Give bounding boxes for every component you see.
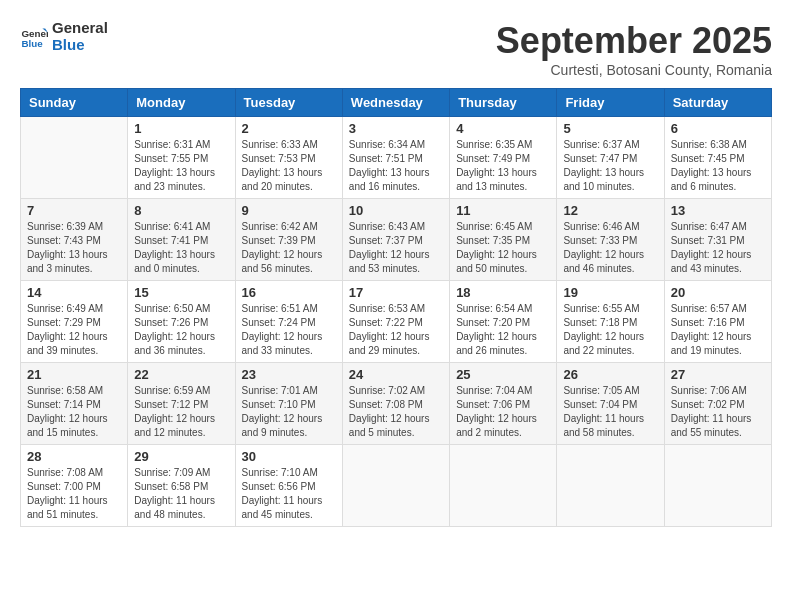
day-info: Sunrise: 6:53 AM Sunset: 7:22 PM Dayligh… <box>349 302 443 358</box>
calendar-cell: 6Sunrise: 6:38 AM Sunset: 7:45 PM Daylig… <box>664 117 771 199</box>
calendar-cell: 8Sunrise: 6:41 AM Sunset: 7:41 PM Daylig… <box>128 199 235 281</box>
day-number: 4 <box>456 121 550 136</box>
day-info: Sunrise: 7:01 AM Sunset: 7:10 PM Dayligh… <box>242 384 336 440</box>
calendar-cell: 12Sunrise: 6:46 AM Sunset: 7:33 PM Dayli… <box>557 199 664 281</box>
calendar-cell: 23Sunrise: 7:01 AM Sunset: 7:10 PM Dayli… <box>235 363 342 445</box>
day-number: 17 <box>349 285 443 300</box>
calendar-cell: 25Sunrise: 7:04 AM Sunset: 7:06 PM Dayli… <box>450 363 557 445</box>
day-info: Sunrise: 6:47 AM Sunset: 7:31 PM Dayligh… <box>671 220 765 276</box>
day-number: 29 <box>134 449 228 464</box>
day-info: Sunrise: 7:08 AM Sunset: 7:00 PM Dayligh… <box>27 466 121 522</box>
day-number: 18 <box>456 285 550 300</box>
calendar-cell: 3Sunrise: 6:34 AM Sunset: 7:51 PM Daylig… <box>342 117 449 199</box>
day-info: Sunrise: 7:04 AM Sunset: 7:06 PM Dayligh… <box>456 384 550 440</box>
calendar-cell: 18Sunrise: 6:54 AM Sunset: 7:20 PM Dayli… <box>450 281 557 363</box>
weekday-header-wednesday: Wednesday <box>342 89 449 117</box>
day-info: Sunrise: 6:38 AM Sunset: 7:45 PM Dayligh… <box>671 138 765 194</box>
day-info: Sunrise: 7:06 AM Sunset: 7:02 PM Dayligh… <box>671 384 765 440</box>
day-info: Sunrise: 6:51 AM Sunset: 7:24 PM Dayligh… <box>242 302 336 358</box>
day-info: Sunrise: 6:35 AM Sunset: 7:49 PM Dayligh… <box>456 138 550 194</box>
day-number: 16 <box>242 285 336 300</box>
calendar-cell: 27Sunrise: 7:06 AM Sunset: 7:02 PM Dayli… <box>664 363 771 445</box>
day-number: 30 <box>242 449 336 464</box>
day-number: 14 <box>27 285 121 300</box>
day-info: Sunrise: 6:37 AM Sunset: 7:47 PM Dayligh… <box>563 138 657 194</box>
calendar-cell: 24Sunrise: 7:02 AM Sunset: 7:08 PM Dayli… <box>342 363 449 445</box>
day-number: 19 <box>563 285 657 300</box>
day-number: 11 <box>456 203 550 218</box>
day-number: 3 <box>349 121 443 136</box>
day-number: 23 <box>242 367 336 382</box>
day-info: Sunrise: 7:05 AM Sunset: 7:04 PM Dayligh… <box>563 384 657 440</box>
day-info: Sunrise: 7:02 AM Sunset: 7:08 PM Dayligh… <box>349 384 443 440</box>
logo: General Blue General Blue <box>20 20 108 53</box>
calendar-cell <box>342 445 449 527</box>
day-info: Sunrise: 6:39 AM Sunset: 7:43 PM Dayligh… <box>27 220 121 276</box>
day-number: 5 <box>563 121 657 136</box>
day-info: Sunrise: 6:50 AM Sunset: 7:26 PM Dayligh… <box>134 302 228 358</box>
calendar-cell <box>557 445 664 527</box>
calendar-cell: 14Sunrise: 6:49 AM Sunset: 7:29 PM Dayli… <box>21 281 128 363</box>
day-info: Sunrise: 6:42 AM Sunset: 7:39 PM Dayligh… <box>242 220 336 276</box>
day-info: Sunrise: 6:34 AM Sunset: 7:51 PM Dayligh… <box>349 138 443 194</box>
location-title: Curtesti, Botosani County, Romania <box>496 62 772 78</box>
calendar-cell <box>21 117 128 199</box>
calendar-cell: 29Sunrise: 7:09 AM Sunset: 6:58 PM Dayli… <box>128 445 235 527</box>
calendar-cell: 2Sunrise: 6:33 AM Sunset: 7:53 PM Daylig… <box>235 117 342 199</box>
calendar-cell: 26Sunrise: 7:05 AM Sunset: 7:04 PM Dayli… <box>557 363 664 445</box>
day-number: 8 <box>134 203 228 218</box>
day-info: Sunrise: 6:57 AM Sunset: 7:16 PM Dayligh… <box>671 302 765 358</box>
logo-general: General <box>52 19 108 36</box>
calendar-cell: 10Sunrise: 6:43 AM Sunset: 7:37 PM Dayli… <box>342 199 449 281</box>
svg-text:Blue: Blue <box>21 37 43 48</box>
day-info: Sunrise: 7:09 AM Sunset: 6:58 PM Dayligh… <box>134 466 228 522</box>
calendar-cell: 22Sunrise: 6:59 AM Sunset: 7:12 PM Dayli… <box>128 363 235 445</box>
calendar-cell: 16Sunrise: 6:51 AM Sunset: 7:24 PM Dayli… <box>235 281 342 363</box>
day-number: 27 <box>671 367 765 382</box>
calendar-cell: 15Sunrise: 6:50 AM Sunset: 7:26 PM Dayli… <box>128 281 235 363</box>
weekday-header-row: SundayMondayTuesdayWednesdayThursdayFrid… <box>21 89 772 117</box>
calendar-cell: 9Sunrise: 6:42 AM Sunset: 7:39 PM Daylig… <box>235 199 342 281</box>
day-number: 2 <box>242 121 336 136</box>
calendar-cell: 20Sunrise: 6:57 AM Sunset: 7:16 PM Dayli… <box>664 281 771 363</box>
calendar-cell: 19Sunrise: 6:55 AM Sunset: 7:18 PM Dayli… <box>557 281 664 363</box>
calendar-cell: 7Sunrise: 6:39 AM Sunset: 7:43 PM Daylig… <box>21 199 128 281</box>
calendar-cell <box>664 445 771 527</box>
day-number: 22 <box>134 367 228 382</box>
day-info: Sunrise: 6:49 AM Sunset: 7:29 PM Dayligh… <box>27 302 121 358</box>
week-row-5: 28Sunrise: 7:08 AM Sunset: 7:00 PM Dayli… <box>21 445 772 527</box>
calendar-cell: 5Sunrise: 6:37 AM Sunset: 7:47 PM Daylig… <box>557 117 664 199</box>
calendar-cell: 13Sunrise: 6:47 AM Sunset: 7:31 PM Dayli… <box>664 199 771 281</box>
day-info: Sunrise: 6:54 AM Sunset: 7:20 PM Dayligh… <box>456 302 550 358</box>
page-header: General Blue General Blue September 2025… <box>20 20 772 78</box>
day-info: Sunrise: 6:58 AM Sunset: 7:14 PM Dayligh… <box>27 384 121 440</box>
day-number: 12 <box>563 203 657 218</box>
week-row-4: 21Sunrise: 6:58 AM Sunset: 7:14 PM Dayli… <box>21 363 772 445</box>
day-number: 20 <box>671 285 765 300</box>
calendar-cell: 21Sunrise: 6:58 AM Sunset: 7:14 PM Dayli… <box>21 363 128 445</box>
day-number: 10 <box>349 203 443 218</box>
day-info: Sunrise: 6:33 AM Sunset: 7:53 PM Dayligh… <box>242 138 336 194</box>
day-info: Sunrise: 6:45 AM Sunset: 7:35 PM Dayligh… <box>456 220 550 276</box>
day-number: 7 <box>27 203 121 218</box>
title-section: September 2025 Curtesti, Botosani County… <box>496 20 772 78</box>
day-number: 26 <box>563 367 657 382</box>
day-number: 28 <box>27 449 121 464</box>
day-number: 21 <box>27 367 121 382</box>
day-info: Sunrise: 6:31 AM Sunset: 7:55 PM Dayligh… <box>134 138 228 194</box>
week-row-3: 14Sunrise: 6:49 AM Sunset: 7:29 PM Dayli… <box>21 281 772 363</box>
weekday-header-saturday: Saturday <box>664 89 771 117</box>
week-row-2: 7Sunrise: 6:39 AM Sunset: 7:43 PM Daylig… <box>21 199 772 281</box>
calendar-cell: 17Sunrise: 6:53 AM Sunset: 7:22 PM Dayli… <box>342 281 449 363</box>
calendar-cell: 11Sunrise: 6:45 AM Sunset: 7:35 PM Dayli… <box>450 199 557 281</box>
day-info: Sunrise: 7:10 AM Sunset: 6:56 PM Dayligh… <box>242 466 336 522</box>
day-number: 25 <box>456 367 550 382</box>
day-info: Sunrise: 6:41 AM Sunset: 7:41 PM Dayligh… <box>134 220 228 276</box>
day-number: 24 <box>349 367 443 382</box>
day-number: 6 <box>671 121 765 136</box>
weekday-header-tuesday: Tuesday <box>235 89 342 117</box>
day-info: Sunrise: 6:59 AM Sunset: 7:12 PM Dayligh… <box>134 384 228 440</box>
day-number: 9 <box>242 203 336 218</box>
weekday-header-sunday: Sunday <box>21 89 128 117</box>
logo-blue: Blue <box>52 36 85 53</box>
